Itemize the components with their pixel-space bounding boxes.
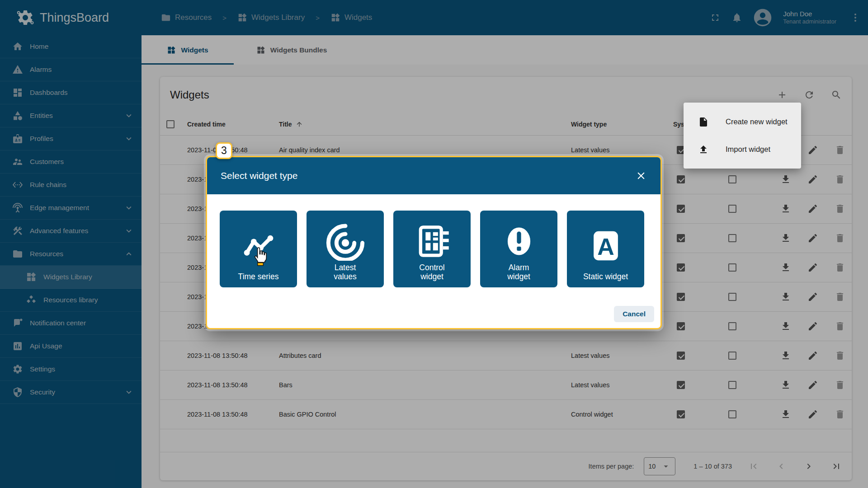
widget-type-label: Latest values [323,263,368,282]
menu-item-import-widget[interactable]: Import widget [684,136,801,163]
widget-type-label: Time series [238,272,279,282]
widget-type-label: Alarm widget [496,263,542,282]
svg-text:A: A [597,234,614,260]
exclamation-icon [500,222,538,261]
menu-item-label: Import widget [726,145,770,154]
cancel-button[interactable]: Cancel [614,306,654,322]
widget-type-alarm-widget[interactable]: Alarm widget [480,211,557,287]
timeseries-icon [241,233,276,259]
spiral-icon [326,222,365,261]
widget-type-control-widget[interactable]: Control widget [393,211,471,287]
menu-item-create-new-widget[interactable]: Create new widget [684,108,801,136]
widget-type-time-series[interactable]: Time series [220,211,297,287]
tutorial-step-badge: 3 [216,142,232,159]
letter-a-icon: A [586,226,625,265]
close-dialog-button[interactable] [635,170,647,182]
control-device-icon [412,221,452,261]
select-widget-type-dialog: Select widget type Time series [206,156,662,329]
file-icon [698,117,709,127]
widget-type-static-widget[interactable]: A Static widget [567,211,644,287]
add-widget-menu: Create new widget Import widget [684,103,801,169]
widget-type-label: Control widget [410,263,455,282]
widget-type-label: Static widget [583,272,628,282]
close-icon [635,170,647,182]
widget-type-latest-values[interactable]: Latest values [307,211,384,287]
dialog-title: Select widget type [221,170,297,181]
menu-item-label: Create new widget [726,117,788,126]
upload-icon [698,144,709,155]
